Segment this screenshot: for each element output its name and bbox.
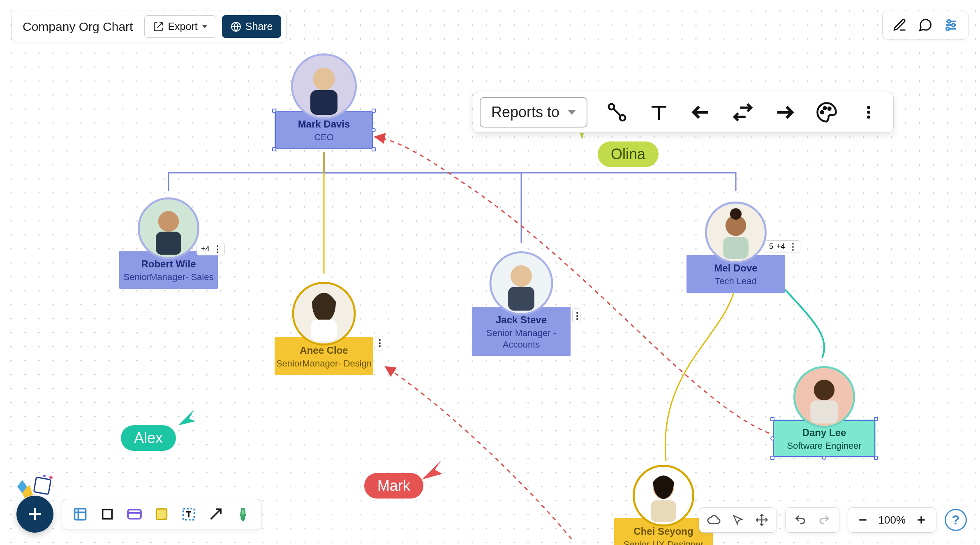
svg-point-6 [946, 27, 950, 30]
svg-rect-26 [311, 320, 337, 341]
context-toolbar[interactable]: Reports to [473, 92, 894, 133]
node-mel-badge[interactable]: 5 +4 ⋮ [765, 240, 800, 253]
move-button[interactable] [753, 512, 770, 528]
line-style-button[interactable] [605, 100, 629, 125]
collab-pill-mark: Mark [364, 473, 423, 499]
dots-vertical-icon [860, 101, 877, 123]
svg-point-17 [867, 116, 870, 119]
undo-button[interactable] [792, 512, 809, 528]
svg-rect-36 [810, 400, 838, 423]
more-button[interactable] [856, 100, 881, 125]
node-name: Robert Wile [119, 258, 218, 270]
arrow-right-icon [774, 101, 796, 123]
text-tool-icon [181, 507, 196, 522]
plus-icon [26, 505, 44, 523]
node-robert-badge[interactable]: +4 ⋮ [196, 243, 225, 255]
dots-vertical-icon[interactable]: ⋮ [213, 246, 222, 253]
color-button[interactable] [814, 100, 839, 125]
node-role: SeniorManager- Design [275, 358, 373, 369]
chevron-down-icon [568, 110, 576, 115]
svg-line-9 [613, 109, 621, 116]
text-button[interactable] [647, 100, 671, 125]
node-anee-more[interactable]: ⋮ [375, 336, 383, 350]
swap-direction-button[interactable] [730, 100, 755, 125]
node-robert[interactable]: Robert Wile SeniorManager- Sales [119, 251, 218, 289]
svg-point-2 [948, 20, 951, 23]
avatar [138, 197, 199, 259]
node-dany[interactable]: Dany Lee Software Engineer [773, 420, 876, 457]
tool-frame[interactable] [71, 505, 89, 523]
square-icon [100, 507, 114, 521]
node-name: Chei Seyong [614, 526, 713, 537]
avatar [292, 282, 356, 346]
view-controls [699, 507, 777, 533]
comments-button[interactable] [917, 17, 934, 33]
share-button[interactable]: Share [222, 15, 282, 38]
svg-rect-20 [310, 90, 337, 115]
node-jack-more[interactable]: ⋮ [572, 308, 580, 323]
document-title[interactable]: Company Org Chart [17, 18, 139, 35]
export-button[interactable]: Export [144, 15, 216, 38]
arrow-left-button[interactable] [689, 100, 713, 125]
tool-shape[interactable] [98, 505, 116, 523]
svg-point-4 [952, 23, 955, 27]
zoom-out-button[interactable] [855, 512, 871, 528]
redo-icon [818, 514, 830, 526]
avatar [490, 251, 553, 315]
tool-text[interactable] [180, 505, 198, 523]
avatar [793, 366, 855, 428]
node-chei[interactable]: Chei Seyong Senior UX Designer [614, 518, 713, 545]
svg-point-35 [814, 380, 834, 400]
avatar [633, 465, 694, 526]
node-name: Anee Cloe [275, 345, 373, 356]
dots-vertical-icon[interactable]: ⋮ [788, 243, 797, 250]
chevron-down-icon [202, 25, 208, 28]
node-jack[interactable]: Jack Steve Senior Manager - Accounts [472, 307, 571, 356]
tool-card[interactable] [125, 505, 143, 523]
settings-button[interactable] [943, 17, 959, 33]
swap-icon [732, 101, 754, 123]
node-ceo[interactable]: Mark Davis CEO [275, 111, 373, 149]
plus-icon [916, 515, 927, 525]
redo-button[interactable] [816, 512, 832, 528]
node-name: Jack Steve [472, 314, 571, 326]
avatar [291, 53, 357, 119]
card-icon [127, 508, 142, 520]
globe-icon [231, 21, 241, 32]
svg-rect-39 [651, 500, 676, 522]
svg-point-41 [49, 476, 53, 479]
avatar [705, 202, 767, 263]
tool-connector[interactable] [207, 505, 225, 523]
arrow-right-button[interactable] [772, 100, 797, 125]
svg-rect-47 [75, 509, 86, 520]
relation-select[interactable]: Reports to [480, 97, 587, 128]
cloud-sync-button[interactable] [706, 512, 722, 528]
svg-rect-33 [723, 237, 749, 259]
help-button[interactable]: ? [945, 509, 967, 531]
svg-point-14 [828, 107, 831, 110]
svg-rect-50 [103, 510, 112, 519]
pencil-square-icon [892, 18, 907, 32]
share-label: Share [245, 21, 273, 32]
node-name: Dany Lee [773, 427, 876, 438]
zoom-controls: 100% [848, 507, 937, 533]
pointer-button[interactable] [730, 512, 746, 528]
zoom-in-button[interactable] [913, 512, 929, 528]
frame-icon [73, 507, 88, 522]
svg-point-19 [313, 68, 335, 90]
arrow-icon [208, 507, 223, 522]
edit-button[interactable] [892, 17, 908, 33]
connector-icon [606, 101, 628, 123]
relation-select-value: Reports to [491, 104, 559, 121]
tool-sticky[interactable] [153, 505, 171, 523]
badge-count: +4 [201, 245, 210, 253]
svg-rect-51 [128, 510, 141, 519]
cursor-mark [419, 457, 444, 482]
add-button[interactable] [16, 496, 53, 533]
cursor-alex [176, 407, 197, 429]
tool-pen[interactable] [234, 505, 252, 523]
svg-rect-40 [34, 477, 51, 494]
zoom-level[interactable]: 100% [878, 514, 906, 526]
node-mel[interactable]: Mel Dove Tech Lead [686, 255, 785, 293]
node-anee[interactable]: Anee Cloe SeniorManager- Design [275, 337, 373, 375]
